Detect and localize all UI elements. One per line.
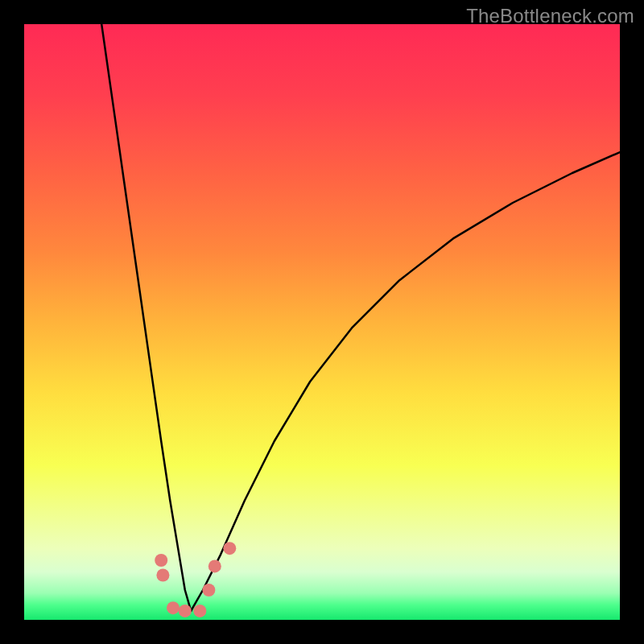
marker-floor-dot-3 <box>193 605 206 617</box>
curve-left_branch <box>101 24 191 611</box>
marker-floor-dot-1 <box>167 601 180 614</box>
curve-right_branch <box>191 152 620 611</box>
marker-right-dot-lower <box>202 584 215 597</box>
chart-curve-layer <box>24 24 620 620</box>
marker-right-dot-upper <box>208 559 221 572</box>
marker-left-cluster-lower <box>156 569 169 582</box>
marker-floor-dot-2 <box>179 605 192 617</box>
chart-frame <box>24 24 620 620</box>
marker-right-dot-far <box>223 542 236 555</box>
marker-left-cluster-upper <box>155 554 167 567</box>
